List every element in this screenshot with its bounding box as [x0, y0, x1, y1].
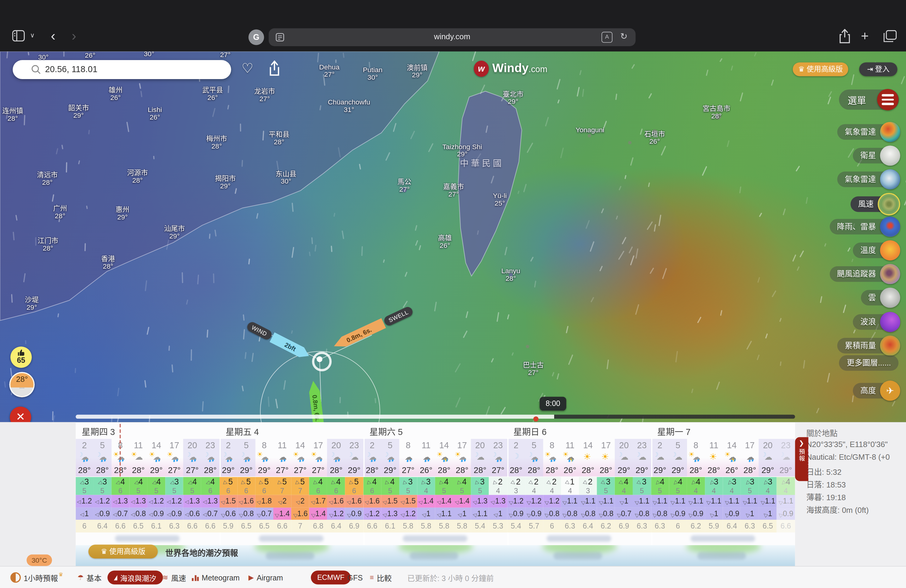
layer-item-hurricane[interactable]: 颶風追蹤器 — [829, 264, 900, 284]
tab-airgram[interactable]: ▶ Airgram — [249, 567, 283, 588]
rainacc-layer-thumb-icon[interactable] — [880, 336, 900, 356]
clouds-layer-thumb-icon[interactable] — [880, 288, 900, 308]
weather-station-badge[interactable]: 28° --- — [10, 372, 35, 397]
wind-streak — [182, 272, 183, 283]
layer-item-temp[interactable]: 溫度 — [853, 240, 900, 260]
wind-streak — [35, 237, 36, 246]
chevron-down-icon[interactable]: ∨ — [30, 32, 34, 39]
back-button[interactable]: ‹ — [51, 28, 55, 44]
info-coordinates[interactable]: N20°33'35", E118°0'36" — [806, 440, 888, 449]
translate-icon[interactable]: A — [601, 32, 613, 43]
fifteen-day-forecast-tab[interactable]: ❯ 15 天天氣預報 — [795, 437, 808, 481]
city-label: Lishi26° — [148, 106, 162, 121]
tab-compare[interactable]: ≡ 比較 — [370, 567, 392, 588]
info-sunrise: 日出: 5:32 — [806, 465, 841, 476]
seas-tides-label: 海浪與潮汐 — [120, 572, 156, 583]
water-temp-pill: 30°C — [27, 555, 52, 566]
waves-layer-thumb-icon[interactable] — [880, 312, 900, 332]
city-label: 广州28° — [53, 205, 67, 220]
satellite-layer-thumb-icon[interactable] — [880, 145, 900, 166]
model-gfs-label: GFS — [347, 573, 363, 582]
layer-item-more[interactable]: 更多圖層...... — [839, 355, 900, 371]
windy-logo-icon[interactable]: w — [474, 61, 489, 77]
premium-label: 使用高級版 — [807, 65, 843, 73]
rain-layer-thumb-icon[interactable] — [880, 217, 900, 237]
model-ecmwf-button[interactable]: ECMWF — [311, 567, 351, 588]
city-label: Yü-li25° — [493, 192, 507, 207]
info-dusk: 薄暮: 19:18 — [806, 491, 846, 502]
layer-item-rainacc[interactable]: 累積雨量 — [837, 336, 900, 356]
search-box[interactable]: 20.56, 118.01 — [13, 60, 231, 79]
time-badge: 8:00 — [540, 397, 566, 411]
tab-seas-tides[interactable]: 海浪與潮汐 — [107, 567, 163, 588]
layer-item-altitude[interactable]: 高度✈ — [853, 381, 900, 401]
city-label: 梅州市28° — [206, 135, 227, 150]
layer-item-satellite[interactable]: 衛星 — [853, 145, 900, 166]
premium-tides-button[interactable]: ♛ 使用高級版 — [88, 545, 158, 558]
layer-item-clouds[interactable]: 雲 — [861, 288, 900, 308]
timeline-handle[interactable] — [533, 416, 539, 421]
layer-item-waves[interactable]: 波浪 — [853, 312, 900, 332]
city-label: Lanyu28° — [501, 268, 520, 282]
timeline-slider[interactable] — [75, 415, 795, 419]
sidebar-toggle-icon[interactable] — [12, 30, 25, 41]
tab-wind-label: 風速 — [171, 572, 186, 583]
altitude-layer-thumb-icon[interactable]: ✈ — [880, 381, 900, 401]
premium-button[interactable]: ♛ 使用高級版 — [793, 62, 848, 76]
wind-layer-thumb-icon[interactable] — [877, 193, 900, 215]
layer-item-radar2[interactable]: 氣象雷達 — [837, 169, 900, 190]
fifteen-day-label: 15 天天氣預報 — [798, 449, 808, 481]
station-temp: 28° — [10, 373, 33, 386]
radar2-layer-thumb-icon[interactable] — [880, 169, 900, 190]
login-icon: ⇥ — [867, 65, 875, 73]
compare-icon: ≡ — [370, 574, 373, 582]
tab-meteogram[interactable]: Meteogram — [192, 567, 239, 588]
search-input[interactable]: 20.56, 118.01 — [45, 64, 97, 74]
seas-tides-pill[interactable]: 海浪與潮汐 — [107, 570, 163, 584]
url-text[interactable]: windy.com — [269, 32, 636, 41]
city-label: 26° — [85, 52, 96, 59]
hamburger-menu-button[interactable] — [877, 89, 898, 110]
layer-item-wind[interactable]: 風速 — [850, 193, 900, 215]
city-label: 臺北市29° — [503, 91, 524, 106]
temp-layer-thumb-icon[interactable] — [880, 240, 900, 260]
login-button[interactable]: ⇥ 登入 — [859, 62, 897, 76]
site-avatar-icon[interactable]: G — [249, 30, 264, 45]
hurricane-layer-thumb-icon[interactable] — [880, 264, 900, 284]
browser-chrome: ∨ ‹ › G windy.com A ↻ + — [0, 0, 906, 51]
tab-wind[interactable]: ≋ 風速 — [163, 567, 186, 588]
city-label: 30° — [144, 51, 154, 57]
blurred-tide-label — [553, 552, 602, 559]
favorite-heart-icon[interactable]: ♡ — [242, 61, 254, 76]
forward-button[interactable]: › — [72, 28, 76, 44]
city-label: 河源市28° — [127, 169, 148, 185]
bottom-toolbar: 1小時預報 ♛ ☂ 基本 海浪與潮汐 ≋ 風速 Meteogram ▶ Airg… — [0, 566, 906, 588]
station-marker-ring[interactable] — [312, 352, 332, 371]
layer-item-rain[interactable]: 降雨、雷暴 — [829, 217, 900, 237]
city-label: 巴士古27° — [523, 362, 544, 377]
city-label: 江门市28° — [37, 237, 58, 252]
address-bar[interactable]: windy.com A ↻ — [269, 29, 636, 46]
hour-forecast-toggle[interactable]: 1小時預報 ♛ — [10, 567, 63, 588]
login-label: 登入 — [875, 65, 890, 73]
city-label: 汕尾市29° — [164, 225, 185, 240]
new-tab-icon[interactable]: + — [861, 29, 869, 44]
share-location-icon[interactable] — [268, 60, 281, 77]
tabs-overview-icon[interactable] — [883, 30, 896, 42]
city-label: Yonaguni — [576, 126, 604, 134]
tab-basic[interactable]: ☂ 基本 — [77, 567, 102, 588]
radar-layer-thumb-icon[interactable] — [880, 122, 900, 142]
model-gfs-button[interactable]: GFS — [347, 567, 363, 588]
share-icon[interactable] — [839, 29, 850, 44]
city-label: 高雄26° — [438, 234, 452, 250]
station-dash: --- — [10, 386, 33, 389]
hamburger-bar — [882, 94, 894, 96]
chevron-right-icon: ❯ — [799, 440, 804, 447]
windy-logo-text[interactable]: Windy.com — [492, 61, 547, 75]
layer-item-radar[interactable]: 氣象雷達 — [837, 122, 900, 142]
weather-map[interactable]: 30°26°30°27°连州镇28°雄州26°韶关市29°Lishi26°武平县… — [0, 51, 906, 422]
air-quality-badge[interactable]: 65 — [10, 347, 32, 368]
reload-icon[interactable]: ↻ — [620, 31, 628, 41]
info-title: 關於地點 — [806, 427, 837, 438]
thumbs-up-icon — [17, 349, 25, 357]
